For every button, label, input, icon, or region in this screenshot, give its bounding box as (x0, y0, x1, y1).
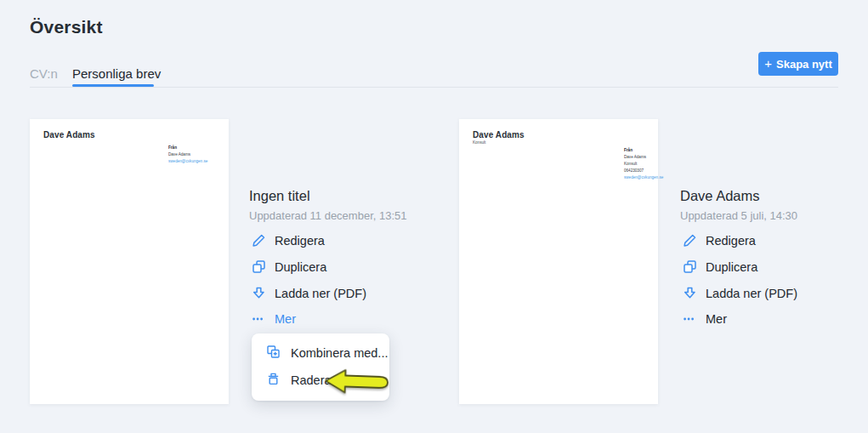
preview-role: Konsult (473, 140, 485, 145)
delete-menu-item[interactable]: Radera (252, 367, 389, 394)
from-phone: 064230307 (624, 168, 663, 174)
download-icon (252, 286, 266, 300)
overview-page: Översikt CV:n Personliga brev + Skapa ny… (0, 0, 868, 433)
create-new-button[interactable]: + Skapa nytt (758, 52, 838, 76)
pencil-icon (683, 233, 697, 248)
page-title: Översikt (30, 17, 103, 37)
from-label: Från (168, 145, 207, 151)
preview-name: Dave Adams (43, 130, 95, 140)
edit-action-2[interactable]: Redigera (680, 233, 756, 248)
download-icon (683, 286, 697, 300)
more-menu: Kombinera med... Radera (252, 333, 389, 401)
preview-from-block: Från Dave Adams sweden@cvkungen.se (168, 145, 207, 165)
edit-action-1[interactable]: Redigera (249, 233, 325, 248)
from-label: Från (624, 147, 663, 154)
more-label: Mer (275, 312, 296, 326)
letter-title-1: Ingen titel (249, 188, 310, 204)
preview-name: Dave Adams (473, 130, 525, 140)
combine-menu-item[interactable]: Kombinera med... (252, 339, 389, 367)
tab-cvn[interactable]: CV:n (30, 66, 58, 81)
ellipsis-icon (252, 311, 266, 326)
duplicate-action-1[interactable]: Duplicera (249, 259, 326, 274)
tab-personliga-brev[interactable]: Personliga brev (72, 66, 161, 81)
pencil-icon (252, 233, 266, 248)
letter-title-2: Dave Adams (680, 188, 760, 204)
duplicate-label: Duplicera (706, 260, 757, 274)
delete-label: Radera (291, 373, 332, 387)
more-action-2[interactable]: Mer (680, 311, 727, 326)
from-name: Dave Adams (168, 151, 207, 158)
letter-updated-1: Uppdaterad 11 december, 13:51 (249, 209, 407, 222)
ellipsis-icon (683, 311, 697, 326)
duplicate-label: Duplicera (275, 260, 326, 274)
duplicate-icon (252, 259, 266, 274)
combine-icon (266, 345, 281, 362)
letter-updated-2: Uppdaterad 5 juli, 14:30 (680, 209, 797, 222)
edit-label: Redigera (706, 234, 756, 248)
combine-label: Kombinera med... (291, 346, 388, 360)
download-action-1[interactable]: Ladda ner (PDF) (249, 286, 366, 300)
more-label: Mer (706, 312, 727, 326)
trash-icon (266, 372, 281, 389)
create-new-label: Skapa nytt (776, 58, 832, 71)
from-email: sweden@cvkungen.se (624, 174, 663, 181)
from-email: sweden@cvkungen.se (168, 158, 207, 165)
download-label: Ladda ner (PDF) (275, 287, 366, 300)
download-action-2[interactable]: Ladda ner (PDF) (680, 286, 797, 300)
duplicate-action-2[interactable]: Duplicera (680, 259, 757, 274)
preview-from-block: Från Dave Adams Konsult 064230307 sweden… (624, 147, 663, 181)
from-role: Konsult (624, 161, 663, 168)
tabs-divider (30, 87, 838, 88)
more-action-1[interactable]: Mer (249, 311, 296, 326)
download-label: Ladda ner (PDF) (706, 287, 797, 300)
from-name: Dave Adams (624, 154, 663, 161)
plus-icon: + (764, 57, 772, 70)
duplicate-icon (683, 259, 697, 274)
letter-preview-2[interactable]: Dave Adams Konsult Från Dave Adams Konsu… (459, 119, 658, 404)
letter-preview-1[interactable]: Dave Adams Från Dave Adams sweden@cvkung… (30, 119, 229, 404)
edit-label: Redigera (275, 234, 325, 248)
